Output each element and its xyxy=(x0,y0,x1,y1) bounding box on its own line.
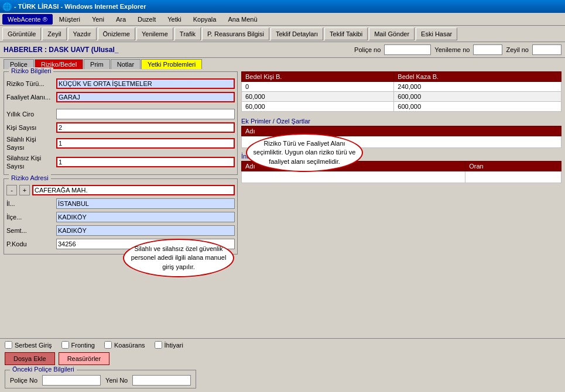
prev-police-no-label: Poliçe No xyxy=(10,377,37,384)
ihtiyari-checkbox[interactable] xyxy=(155,341,162,349)
dosya-ekle-button[interactable]: Dosya Ekle xyxy=(5,352,55,365)
il-input[interactable] xyxy=(56,198,235,209)
prev-police-no-input[interactable] xyxy=(42,375,101,386)
semt-input[interactable] xyxy=(56,225,235,236)
faaliyet-input[interactable] xyxy=(56,92,235,102)
toolbar: Görüntüle Zeyil Yazdır Önizleme Yenileme… xyxy=(0,26,565,42)
kisi-sayisi-label: Kişi Sayısı xyxy=(6,124,56,131)
tool-yazdir[interactable]: Yazdır xyxy=(68,27,97,40)
kaza-cell: 600,000 xyxy=(394,92,561,102)
silahli-kisi-row: Silahlı KişiSayısı xyxy=(6,135,235,152)
yeni-no-input[interactable] xyxy=(132,375,191,386)
zeyil-no-input[interactable] xyxy=(532,44,561,55)
right-panel: Bedel Kişi B. Bedel Kaza B. 0 240,000 60… xyxy=(241,71,561,336)
kaza-cell: 600,000 xyxy=(394,102,561,112)
indirimler-oran-header: Oran xyxy=(465,161,561,171)
police-no-input[interactable] xyxy=(384,44,431,55)
tool-preasurans[interactable]: P. Reasurans Bilgisi xyxy=(202,27,269,40)
serbest-giris-checkbox[interactable] xyxy=(5,341,12,349)
ilce-input[interactable] xyxy=(56,212,235,222)
semt-label: Semt... xyxy=(6,227,56,234)
riziko-turu-row: Riziko Türü... xyxy=(6,78,235,90)
yillik-ciro-input[interactable] xyxy=(56,109,235,119)
prev-policy-box: Önceki Poliçe Bilgileri Poliçe No Yeni N… xyxy=(5,370,196,388)
silahsiz-kisi-label: Silahsız KişiSayısı xyxy=(6,154,56,171)
tool-trafik[interactable]: Trafik xyxy=(174,27,201,40)
silahsiz-kisi-input[interactable] xyxy=(56,157,235,167)
serbest-giris-checkbox-label[interactable]: Serbest Giriş xyxy=(5,341,52,349)
tool-teklif-detay[interactable]: Teklif Detayları xyxy=(270,27,323,40)
il-row: İl... xyxy=(6,198,235,209)
menu-kopyala[interactable]: Kopyala xyxy=(188,14,222,25)
table-row xyxy=(242,171,561,183)
menu-musteri[interactable]: Müşteri xyxy=(54,14,85,25)
koasurans-checkbox-label[interactable]: Koasürans xyxy=(104,341,145,349)
kisi-sayisi-input[interactable] xyxy=(56,122,235,133)
riziko-turu-input[interactable] xyxy=(56,78,235,89)
menu-ana-menu[interactable]: Ana Menü xyxy=(222,14,262,25)
semt-row: Semt... xyxy=(6,225,235,236)
kaza-cell: 240,000 xyxy=(394,82,561,92)
menu-ara[interactable]: Ara xyxy=(111,14,131,25)
ihtiyari-checkbox-label[interactable]: İhtiyari xyxy=(155,341,183,349)
faaliyet-label: Faaliyet Alanı... xyxy=(6,94,56,101)
yeni-no-label: Yeni No xyxy=(105,377,128,384)
address-section-title: Riziko Adresi xyxy=(9,174,51,181)
tab-prim[interactable]: Prim xyxy=(84,59,110,69)
bottom-section: Serbest Giriş Fronting Koasürans İhtiyar… xyxy=(0,338,565,391)
kisi-sayisi-row: Kişi Sayısı xyxy=(6,122,235,133)
tool-yenileme[interactable]: Yenileme xyxy=(136,27,173,40)
indirimler-oran-cell xyxy=(465,171,561,183)
fronting-checkbox-label[interactable]: Fronting xyxy=(61,341,95,349)
zeyil-no-label: Zeyil no xyxy=(506,46,529,53)
bedel-kisi-header: Bedel Kişi B. xyxy=(242,72,394,82)
menu-yeni[interactable]: Yeni xyxy=(87,14,109,25)
koasurans-checkbox[interactable] xyxy=(104,341,112,349)
tab-yetki[interactable]: Yetki Problemleri xyxy=(141,59,202,69)
menu-bar: WebAcente ® Müşteri Yeni Ara Duzelt Yetk… xyxy=(0,13,565,26)
riziko-section: Riziko Bilgileri Riziko Türü... Faaliyet… xyxy=(4,71,238,175)
tooltip-riziko: Riziko Türü ve Faaliyet Alanı seçimlikti… xyxy=(246,133,363,172)
tool-onizleme[interactable]: Önizleme xyxy=(98,27,135,40)
menu-duzelt[interactable]: Duzelt xyxy=(132,14,161,25)
yillik-ciro-label: Yıllık Ciro xyxy=(6,111,56,118)
table-row: 0 240,000 xyxy=(242,82,561,92)
faaliyet-row: Faaliyet Alanı... xyxy=(6,91,235,103)
title-bar: 🌐 - TÜRK LİRASI - Windows Internet Explo… xyxy=(0,0,565,13)
title-text: - TÜRK LİRASI - Windows Internet Explore… xyxy=(14,3,146,10)
header-title: HABERLER : DASK UAVT (Ulusal_ xyxy=(4,46,118,54)
fronting-checkbox[interactable] xyxy=(61,341,69,349)
reasurorler-button[interactable]: Reasürörler xyxy=(59,352,109,365)
silahli-kisi-input[interactable] xyxy=(56,138,235,149)
tooltip-silahli: Silahlı ve silahsız özel güvenlik person… xyxy=(123,239,234,277)
menu-yetki[interactable]: Yetki xyxy=(162,14,186,25)
checkbox-row: Serbest Giriş Fronting Koasürans İhtiyar… xyxy=(5,341,560,349)
ek-primler-title: Ek Primler / Özel Şartlar xyxy=(241,118,561,125)
yenileme-no-label: Yenileme no xyxy=(434,46,470,53)
ilce-label: İlçe... xyxy=(6,214,56,221)
addr-minus-btn[interactable]: - xyxy=(6,185,17,195)
tool-eski-hasar[interactable]: Eski Hasar xyxy=(416,27,457,40)
il-label: İl... xyxy=(6,200,56,207)
main-content: Riziko Bilgileri Riziko Türü... Faaliyet… xyxy=(0,69,565,338)
kisi-cell: 0 xyxy=(242,82,394,92)
table-row: 60,000 600,000 xyxy=(242,92,561,102)
tool-zeyil[interactable]: Zeyil xyxy=(42,27,66,40)
addr-plus-btn[interactable]: + xyxy=(19,185,30,195)
menu-webacente[interactable]: WebAcente ® xyxy=(2,14,53,25)
table-row: 60,000 600,000 xyxy=(242,102,561,112)
address-input[interactable] xyxy=(32,185,235,195)
silahli-kisi-label: Silahlı KişiSayısı xyxy=(6,135,56,152)
pkodu-label: P.Kodu xyxy=(6,240,56,247)
ilce-row: İlçe... xyxy=(6,211,235,223)
prev-policy-wrapper: Önceki Poliçe Bilgileri Poliçe No Yeni N… xyxy=(5,370,196,388)
tab-notlar[interactable]: Notlar xyxy=(111,59,141,69)
left-panel: Riziko Bilgileri Riziko Türü... Faaliyet… xyxy=(4,71,238,336)
tool-teklif-takip[interactable]: Teklif Takibi xyxy=(324,27,368,40)
tool-goruntule[interactable]: Görüntüle xyxy=(2,27,41,40)
riziko-section-title: Riziko Bilgileri xyxy=(9,67,53,74)
yenileme-no-input[interactable] xyxy=(473,44,502,55)
silahsiz-kisi-row: Silahsız KişiSayısı xyxy=(6,154,235,171)
tool-mail[interactable]: Mail Gönder xyxy=(369,27,415,40)
header-section: HABERLER : DASK UAVT (Ulusal_ Poliçe no … xyxy=(0,42,565,58)
